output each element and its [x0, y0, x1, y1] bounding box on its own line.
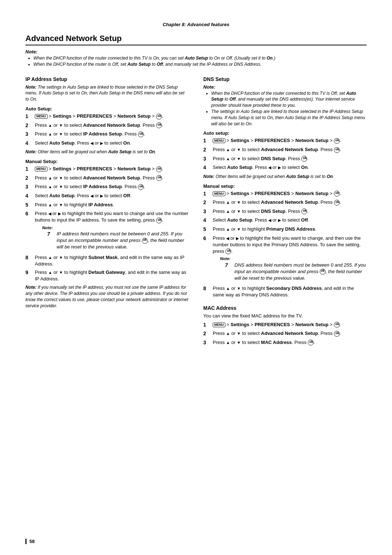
dns-m-ok-6: ok — [225, 248, 231, 254]
dns-manual-setup-label: Manual setup: — [203, 183, 367, 189]
chapter-header: Chapter 8: Advanced features — [25, 22, 367, 27]
dns-auto-step-4: Select Auto Setup. Press ◀ or ▶ to selec… — [203, 164, 367, 171]
top-note-item-2: When the DHCP function of the router is … — [33, 61, 367, 68]
mac-menu-icon-1: MENU — [213, 323, 225, 327]
manual-step-4: Select Auto Setup. Press ◀ or ▶ to selec… — [25, 193, 189, 200]
left-column: IP Address Setup Note: The settings in A… — [25, 71, 189, 348]
top-note-item-1: When the DHCP function of the router con… — [33, 55, 367, 61]
ok-icon-m2: ok — [156, 175, 162, 181]
ok-icon-m6: ok — [156, 218, 162, 223]
top-note-list: When the DHCP function of the router con… — [29, 55, 367, 68]
auto-step-3: Press ▲ or ▼ to select IP Address Setup.… — [25, 131, 189, 138]
note-label: Note: — [25, 49, 37, 54]
auto-setup-note: Note: Other items will be grayed out whe… — [25, 149, 189, 155]
manual-step-3: Press ▲ or ▼ to select IP Address Setup.… — [25, 183, 189, 191]
dns-m-ok-1: ok — [334, 191, 340, 197]
mac-ok-1: ok — [334, 322, 340, 328]
dns-manual-step-5: Press ▲ or ▼ to highlight Primary DNS Ad… — [203, 226, 367, 233]
ok-icon-3: ok — [138, 131, 144, 137]
dns-m-ok-2: ok — [334, 200, 340, 206]
page-number: 58 — [25, 539, 34, 544]
manual-step-2: Press ▲ or ▼ to select Advanced Network … — [25, 175, 189, 182]
manual-step-7: Press ▲ or ▼ to highlight Subnet Mask, a… — [25, 254, 189, 267]
manual-step-8: Press ▲ or ▼ to highlight Default Gatewa… — [25, 269, 189, 282]
auto-step-4: Select Auto Setup. Press ◀ or ▶ to selec… — [25, 140, 189, 147]
dns-manual-step-2: Press ▲ or ▼ to select Advanced Network … — [203, 199, 367, 206]
dns-m-ok-3: ok — [301, 208, 307, 214]
dns-ok-note: ok — [320, 269, 326, 275]
dns-auto-steps: MENU > Settings > PREFERENCES > Network … — [203, 137, 367, 171]
manual-step-1: MENU > Settings > PREFERENCES > Network … — [25, 166, 189, 173]
dns-note-label: Note: — [203, 84, 215, 90]
ip-subnote: Note: IP address field numbers must be b… — [42, 225, 189, 251]
dns-note-item-1: When the DHCP function of the router con… — [211, 90, 367, 109]
dns-subnote: Note: DNS address field numbers must be … — [220, 256, 367, 281]
auto-step-1: MENU > Settings > PREFERENCES > Network … — [25, 113, 189, 120]
dns-manual-step-4: Select Auto Setup. Press ◀ or ▶ to selec… — [203, 217, 367, 224]
auto-setup-steps: MENU > Settings > PREFERENCES > Network … — [25, 113, 189, 147]
manual-setup-label: Manual Setup: — [25, 159, 189, 164]
dns-auto-step-3: Press ▲ or ▼ to select DNS Setup. Press … — [203, 155, 367, 163]
mac-steps: MENU > Settings > PREFERENCES > Network … — [203, 321, 367, 347]
dns-manual-step-1: MENU > Settings > PREFERENCES > Network … — [203, 190, 367, 198]
dns-ok-2: ok — [334, 147, 340, 153]
dns-ok-3: ok — [301, 156, 307, 162]
ok-icon-m3: ok — [138, 184, 144, 190]
mac-intro: You can view the fixed MAC address for t… — [203, 313, 367, 319]
dns-auto-step-2: Press ▲ or ▼ to select Advanced Network … — [203, 146, 367, 154]
menu-icon-1: MENU — [35, 114, 48, 119]
manual-step-5: Press ▲ or ▼ to highlight IP Address. — [25, 202, 189, 209]
top-notes: Note: When the DHCP function of the rout… — [25, 49, 367, 68]
dns-note-item-2: The settings in Auto Setup are linked to… — [211, 109, 367, 127]
ok-icon-1: ok — [156, 114, 162, 119]
ok-icon-note: ok — [142, 238, 148, 244]
main-title: Advanced Network Setup — [25, 34, 367, 45]
dns-manual-step-6: Press ◀ or ▶ to highlight the field you … — [203, 235, 367, 284]
ip-final-note: Note: If you manually set the IP address… — [25, 284, 189, 309]
mac-step-2: Press ▲ or ▼ to select Advanced Network … — [203, 330, 367, 337]
dns-auto-step-1: MENU > Settings > PREFERENCES > Network … — [203, 137, 367, 145]
ip-setup-note-intro: Note: The settings in Auto Setup are lin… — [25, 84, 189, 102]
mac-ok-2: ok — [334, 331, 340, 337]
dns-setup-title: DNS Setup — [203, 76, 367, 82]
dns-manual-step-3: Press ▲ or ▼ to select DNS Setup. Press … — [203, 208, 367, 215]
ok-icon-2: ok — [156, 122, 162, 128]
dns-manual-step-7: Press ▲ or ▼ to highlight Secondary DNS … — [203, 285, 367, 298]
mac-step-1: MENU > Settings > PREFERENCES > Network … — [203, 321, 367, 329]
dns-m-menu-icon-1: MENU — [213, 191, 225, 196]
mac-step-3: Press ▲ or ▼ to select MAC Address. Pres… — [203, 339, 367, 347]
dns-auto-setup-label: Auto setup: — [203, 130, 367, 136]
menu-icon-m1: MENU — [35, 167, 48, 171]
mac-ok-3: ok — [308, 340, 314, 345]
dns-ok-1: ok — [334, 138, 340, 144]
dns-manual-steps: MENU > Settings > PREFERENCES > Network … — [203, 190, 367, 299]
ok-icon-m1: ok — [156, 166, 162, 172]
dns-notes: Note: When the DHCP function of the rout… — [203, 84, 367, 127]
mac-address-title: MAC Address — [203, 305, 367, 311]
two-column-layout: IP Address Setup Note: The settings in A… — [25, 71, 367, 348]
manual-step-6: Press ◀ or ▶ to highlight the field you … — [25, 210, 189, 252]
auto-setup-label: Auto Setup: — [25, 106, 189, 112]
dns-note-list: When the DHCP function of the router con… — [207, 90, 367, 127]
dns-auto-note: Note: Other items will be grayed out whe… — [203, 174, 367, 180]
right-column: DNS Setup Note: When the DHCP function o… — [203, 71, 367, 348]
dns-menu-icon-1: MENU — [213, 138, 225, 143]
auto-step-2: Press ▲ or ▼ to select Advanced Network … — [25, 122, 189, 129]
manual-setup-steps: MENU > Settings > PREFERENCES > Network … — [25, 166, 189, 282]
page: Chapter 8: Advanced features Advanced Ne… — [0, 0, 392, 555]
ip-address-setup-title: IP Address Setup — [25, 76, 189, 82]
